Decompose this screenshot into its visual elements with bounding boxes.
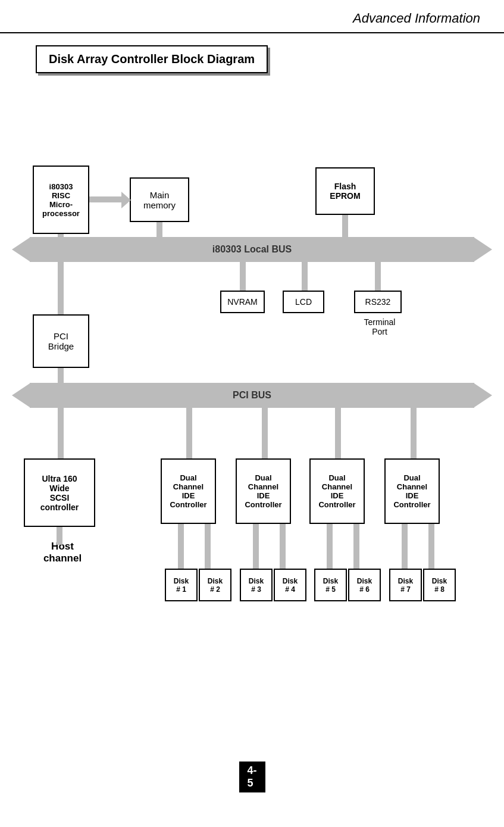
pci-bus-bar: PCI BUS	[30, 383, 474, 408]
lcd-to-bus1-line	[302, 262, 308, 292]
cpu-block: i80303RISCMicro-processor	[33, 166, 89, 234]
disk5-block: Disk# 5	[314, 569, 347, 601]
dc4-to-disk78-line	[402, 524, 408, 569]
bridge-to-bus2-line	[58, 368, 64, 384]
dc2-to-disk34-line2	[280, 524, 286, 569]
ultra-to-host-line	[57, 527, 62, 545]
disk7-block: Disk# 7	[389, 569, 422, 601]
disk3-block: Disk# 3	[240, 569, 273, 601]
pci-bridge-block: PCIBridge	[33, 314, 89, 368]
arrow-right	[121, 192, 131, 208]
disk1-block: Disk# 1	[165, 569, 198, 601]
disk4-block: Disk# 4	[274, 569, 306, 601]
cpu-to-mem-line	[89, 196, 125, 202]
nvram-to-bus1-line	[240, 262, 246, 292]
disk2-block: Disk# 2	[199, 569, 231, 601]
ultra160-block: Ultra 160WideSCSIcontroller	[24, 458, 95, 527]
cpu-to-bus1-line	[58, 234, 64, 262]
dc3-to-bus2-line	[335, 408, 341, 458]
dc1-block: DualChannelIDEController	[161, 458, 216, 524]
page-header: Advanced Information	[0, 0, 504, 33]
dc1-to-disk12-line2	[205, 524, 211, 569]
dc4-to-bus2-line	[411, 408, 417, 458]
dc4-block: DualChannelIDEController	[384, 458, 440, 524]
dc3-to-disk56-line	[327, 524, 333, 569]
host-channel-label: Hostchannel	[30, 541, 95, 564]
lcd-block: LCD	[283, 291, 324, 313]
rs232-block: RS232	[354, 291, 402, 313]
rs232-to-bus1-line	[375, 262, 381, 292]
main-memory-block: Mainmemory	[130, 177, 189, 222]
dc3-block: DualChannelIDEController	[309, 458, 365, 524]
nvram-block: NVRAM	[220, 291, 265, 313]
mem-to-bus1-line	[156, 222, 162, 262]
flash-eprom-block: FlashEPROM	[315, 167, 375, 215]
flash-to-bus1-line	[342, 215, 348, 262]
disk6-block: Disk# 6	[348, 569, 381, 601]
ultra-to-bus2-line	[58, 408, 64, 458]
local-bus-bar: i80303 Local BUS	[30, 237, 474, 262]
diagram-title-box: Disk Array Controller Block Diagram	[36, 45, 268, 73]
dc1-to-bus2-line	[186, 408, 192, 458]
terminal-port-label: TerminalPort	[356, 317, 403, 336]
dc2-block: DualChannelIDEController	[236, 458, 291, 524]
dc1-to-disk12-line	[178, 524, 184, 569]
page-number: 4-5	[239, 762, 265, 792]
dc2-to-bus2-line	[262, 408, 268, 458]
dc2-to-disk34-line	[253, 524, 259, 569]
dc4-to-disk78-line2	[428, 524, 434, 569]
disk8-block: Disk# 8	[423, 569, 456, 601]
dc3-to-disk56-line2	[353, 524, 359, 569]
